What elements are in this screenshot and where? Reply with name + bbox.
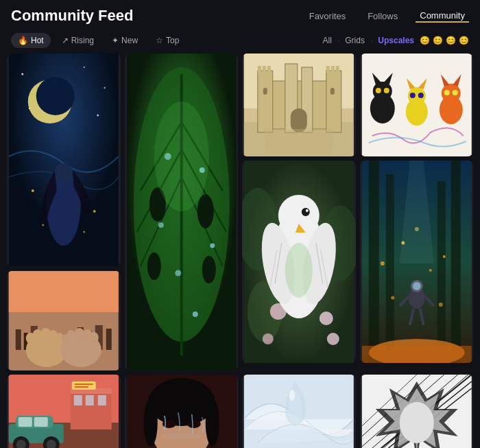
- filter-bar: 🔥 Hot ↗ Rising ✦ New ☆ Top All · Grids ·…: [0, 29, 480, 54]
- svg-point-3: [21, 73, 23, 75]
- image-1[interactable]: [7, 54, 121, 266]
- svg-point-109: [263, 333, 274, 344]
- svg-point-2: [36, 77, 75, 115]
- svg-rect-15: [9, 271, 119, 312]
- view-upscales[interactable]: Upscales: [378, 36, 414, 45]
- svg-point-160: [412, 282, 420, 290]
- image-2[interactable]: [125, 54, 239, 370]
- filter-left: 🔥 Hot ↗ Rising ✦ New ☆ Top: [11, 33, 186, 48]
- star-icon: ☆: [156, 36, 163, 45]
- filter-right: All · Grids · Upscales 😊 😊 😊 😊: [323, 36, 469, 45]
- view-all[interactable]: All: [323, 36, 332, 45]
- view-grids[interactable]: Grids: [345, 36, 365, 45]
- svg-rect-100: [263, 88, 267, 95]
- svg-rect-98: [336, 66, 339, 73]
- svg-rect-90: [326, 71, 341, 132]
- svg-point-11: [93, 210, 96, 213]
- svg-rect-23: [106, 329, 112, 350]
- svg-point-131: [383, 88, 389, 93]
- svg-rect-53: [75, 384, 93, 385]
- divider: ·: [337, 36, 339, 45]
- svg-point-137: [418, 93, 423, 98]
- svg-point-157: [438, 303, 442, 307]
- image-3[interactable]: [242, 54, 356, 156]
- svg-point-71: [210, 244, 215, 248]
- svg-point-83: [187, 420, 200, 428]
- svg-point-136: [409, 93, 415, 98]
- svg-rect-94: [263, 66, 266, 73]
- svg-point-119: [302, 208, 310, 216]
- svg-point-72: [175, 270, 181, 276]
- image-11[interactable]: [242, 375, 356, 448]
- svg-point-29: [49, 330, 58, 340]
- svg-point-143: [452, 90, 457, 95]
- svg-point-66: [147, 252, 160, 280]
- svg-point-151: [380, 261, 384, 266]
- svg-point-70: [158, 222, 163, 228]
- svg-point-13: [83, 231, 85, 233]
- svg-point-32: [67, 330, 75, 340]
- svg-point-177: [408, 402, 424, 418]
- svg-rect-39: [71, 388, 112, 429]
- svg-point-35: [89, 332, 99, 343]
- svg-point-156: [391, 296, 394, 300]
- filter-hot[interactable]: 🔥 Hot: [11, 33, 51, 48]
- svg-point-12: [42, 224, 44, 226]
- new-icon: ✦: [112, 36, 119, 45]
- nav-community[interactable]: Community: [416, 9, 469, 23]
- svg-point-73: [192, 311, 197, 317]
- image-8[interactable]: [125, 375, 239, 448]
- svg-point-65: [197, 194, 213, 228]
- svg-rect-52: [72, 381, 96, 390]
- svg-point-81: [205, 399, 219, 447]
- emoji-2: 😊: [433, 36, 443, 45]
- emoji-row: 😊 😊 😊 😊: [420, 36, 469, 45]
- svg-point-6: [29, 108, 30, 109]
- svg-point-4: [84, 67, 85, 68]
- svg-rect-148: [437, 181, 445, 363]
- svg-point-120: [306, 209, 309, 212]
- svg-rect-102: [265, 129, 333, 153]
- svg-rect-150: [361, 346, 471, 363]
- svg-rect-46: [19, 417, 32, 427]
- filter-rising[interactable]: ↗ Rising: [55, 33, 101, 48]
- image-5[interactable]: [7, 271, 121, 370]
- svg-point-5: [104, 87, 106, 89]
- svg-rect-147: [451, 161, 460, 363]
- svg-rect-16: [16, 329, 21, 350]
- svg-rect-43: [98, 395, 106, 405]
- emoji-3: 😊: [446, 36, 456, 45]
- svg-rect-101: [331, 88, 335, 95]
- filter-top[interactable]: ☆ Top: [149, 33, 186, 48]
- rising-icon: ↗: [62, 36, 69, 45]
- svg-point-82: [162, 420, 176, 428]
- image-6[interactable]: [242, 161, 356, 363]
- svg-point-155: [442, 255, 445, 258]
- svg-rect-41: [74, 395, 82, 405]
- svg-point-153: [429, 269, 431, 272]
- svg-rect-99: [291, 108, 307, 132]
- page-title: Community Feed: [11, 7, 133, 25]
- svg-point-33: [75, 328, 84, 339]
- image-12[interactable]: SPConline: [360, 375, 474, 448]
- nav-follows[interactable]: Follows: [363, 10, 402, 23]
- svg-rect-146: [385, 174, 394, 363]
- header: Community Feed Favorites Follows Communi…: [0, 0, 480, 29]
- svg-rect-93: [258, 66, 261, 73]
- svg-rect-145: [368, 161, 379, 363]
- filter-new[interactable]: ✦ New: [105, 33, 145, 48]
- svg-point-27: [33, 329, 43, 340]
- svg-rect-96: [326, 66, 330, 73]
- svg-point-110: [327, 333, 339, 345]
- svg-rect-54: [75, 386, 88, 388]
- svg-point-124: [289, 390, 295, 401]
- nav-favorites[interactable]: Favorites: [305, 10, 350, 23]
- image-7-9[interactable]: [360, 161, 474, 363]
- image-10[interactable]: [7, 375, 121, 448]
- svg-point-142: [444, 90, 449, 95]
- svg-point-80: [143, 399, 157, 447]
- svg-point-121: [285, 243, 313, 298]
- svg-rect-97: [331, 66, 335, 73]
- image-4[interactable]: [360, 54, 474, 156]
- emoji-1: 😊: [420, 36, 430, 45]
